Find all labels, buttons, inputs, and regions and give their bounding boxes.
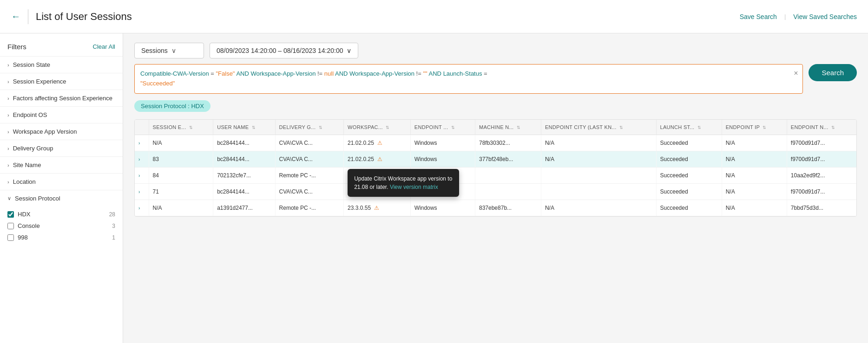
table-row: › 84 702132cfe7... Remote PC -... 21.02.… [135,167,856,183]
query-val4: "Succeeded" [140,80,175,87]
cell-username[interactable]: a1391d2477... [213,200,275,216]
row-expand-button[interactable]: › [138,189,140,194]
table-header: SESSION E... ⇅ USER NAME ⇅ DELIVERY G...… [135,120,856,135]
session-protocol-tag[interactable]: Session Protocol : HDX [134,100,210,112]
sessions-dropdown[interactable]: Sessions ∨ [134,43,204,58]
col-workspace[interactable]: WORKSPAC... ⇅ [344,120,411,135]
cell-machine-name[interactable]: 78fb30302... [475,135,541,151]
col-machine-name[interactable]: MACHINE N... ⇅ [475,120,541,135]
col-endpoint-ip[interactable]: ENDPOINT IP ⇅ [722,120,787,135]
checkbox-console[interactable]: Console 3 [7,220,115,232]
cell-machine-name[interactable]: 837ebe87b... [475,200,541,216]
sidebar-item-endpoint-os[interactable]: › Endpoint OS [0,106,123,123]
cell-username[interactable]: 702132cfe7... [213,167,275,183]
sidebar-item-session-state[interactable]: › Session State [0,56,123,73]
checkbox-hdx[interactable]: HDX 28 [7,208,115,220]
sidebar-item-workspace-app-version[interactable]: › Workspace App Version [0,123,123,140]
col-session-exp[interactable]: SESSION E... ⇅ [149,120,213,135]
filter-group-session-protocol: ∨ Session Protocol HDX 28 Console 3 998 [0,190,123,247]
sort-icon: ⇅ [386,125,389,130]
checkbox-998[interactable]: 998 1 [7,232,115,243]
query-and1: AND [235,70,250,77]
search-box-container: Compatible-CWA-Version = "False" AND Wor… [134,64,803,100]
back-button[interactable]: ← [11,11,20,22]
sidebar-item-site-name[interactable]: › Site Name [0,156,123,173]
tooltip-wrapper: ⚠ Update Citrix Workspace app version to… [375,156,382,162]
sort-icon: ⇅ [189,125,193,130]
row-expand-button[interactable]: › [138,157,140,162]
col-endpoint-n[interactable]: ENDPOINT N... ⇅ [787,120,856,135]
cell-endpoint-city [541,183,656,200]
sessions-table: SESSION E... ⇅ USER NAME ⇅ DELIVERY G...… [135,120,856,216]
col-delivery-group[interactable]: DELIVERY G... ⇅ [275,120,344,135]
sidebar-item-session-experience[interactable]: › Session Experience [0,73,123,90]
col-username[interactable]: USER NAME ⇅ [213,120,275,135]
sort-icon: ⇅ [619,125,623,130]
cell-session-exp[interactable]: 83 [149,151,213,167]
save-search-button[interactable]: Save Search [740,13,777,20]
sidebar: Filters Clear All › Session State › Sess… [0,33,123,343]
header: ← List of User Sessions Save Search | Vi… [0,0,868,33]
query-op2: != [316,70,324,77]
main-content: Sessions ∨ 08/09/2023 14:20:00 – 08/16/2… [123,33,868,343]
hdx-checkbox[interactable] [7,211,14,218]
cell-session-exp: N/A [149,200,213,216]
console-checkbox[interactable] [7,223,14,229]
cell-launch-status: Succeeded [656,167,722,183]
col-endpoint[interactable]: ENDPOINT ... ⇅ [410,120,475,135]
cell-username[interactable]: bc2844144... [213,151,275,167]
cell-machine-name [475,183,541,200]
cell-endpoint-n: 7bbd75d3d... [787,200,856,216]
sidebar-items: › Session State › Session Experience › F… [0,56,123,190]
cell-session-exp[interactable]: 71 [149,183,213,200]
chevron-down-icon: ∨ [171,47,176,54]
row-expand-button[interactable]: › [138,141,140,146]
session-protocol-header[interactable]: ∨ Session Protocol [0,190,123,207]
col-endpoint-city[interactable]: ENDPOINT CITY (LAST KN... ⇅ [541,120,656,135]
sort-icon: ⇅ [252,125,256,130]
sidebar-item-delivery-group[interactable]: › Delivery Group [0,140,123,156]
query-op4: = [482,70,487,77]
chevron-right-icon: › [7,179,9,185]
cell-endpoint-ip: N/A [722,151,787,167]
query-val1: "False" [216,70,235,77]
cell-endpoint-city [541,167,656,183]
search-query-display[interactable]: Compatible-CWA-Version = "False" AND Wor… [135,65,802,93]
cell-username[interactable]: bc2844144... [213,135,275,151]
sort-icon: ⇅ [763,125,766,130]
sort-icon: ⇅ [517,125,520,130]
search-box: Compatible-CWA-Version = "False" AND Wor… [134,64,803,94]
cell-workspace: 21.02.0.25 ⚠ [344,135,411,151]
row-expand-button[interactable]: › [138,173,140,178]
sidebar-item-factors-affecting[interactable]: › Factors affecting Session Experience [0,90,123,106]
clear-all-button[interactable]: Clear All [93,43,115,50]
table-row: › N/A a1391d2477... Remote PC -... 23.3.… [135,200,856,216]
table-row: › N/A bc2844144... CVA\CVA C... 21.02.0.… [135,135,856,151]
cell-endpoint: Windows [410,151,475,167]
cell-workspace: 21.02.0.25 ⚠ Update Citrix Workspace app… [344,151,411,167]
cell-username[interactable]: bc2844144... [213,183,275,200]
date-range-picker[interactable]: 08/09/2023 14:20:00 – 08/16/2023 14:20:0… [210,43,358,58]
tag-row: Session Protocol : HDX [134,100,857,112]
tooltip-link[interactable]: View version matrix [390,184,438,190]
search-close-button[interactable]: × [794,69,798,78]
cell-machine-name[interactable]: 377bf248eb... [475,151,541,167]
view-saved-searches-button[interactable]: View Saved Searches [793,13,857,20]
col-launch-status[interactable]: LAUNCH ST... ⇅ [656,120,722,135]
filters-header: Filters Clear All [0,39,123,56]
cell-launch-status: Succeeded [656,135,722,151]
cell-session-exp[interactable]: 84 [149,167,213,183]
filter-bar: Sessions ∨ 08/09/2023 14:20:00 – 08/16/2… [134,43,857,58]
row-expand-button[interactable]: › [138,206,140,211]
cell-endpoint-n: f9700d91d7... [787,183,856,200]
query-key1: Compatible-CWA-Version [140,70,209,77]
query-op1: = [209,70,216,77]
search-button[interactable]: Search [809,64,857,81]
998-checkbox[interactable] [7,234,14,241]
chevron-right-icon: › [7,112,9,118]
sort-icon: ⇅ [319,125,322,130]
table-row: › 71 bc2844144... CVA\CVA C... 21.02.0.2… [135,183,856,200]
cell-delivery-group: CVA\CVA C... [275,183,344,200]
sidebar-item-location[interactable]: › Location [0,173,123,190]
chevron-right-icon: › [7,146,9,151]
